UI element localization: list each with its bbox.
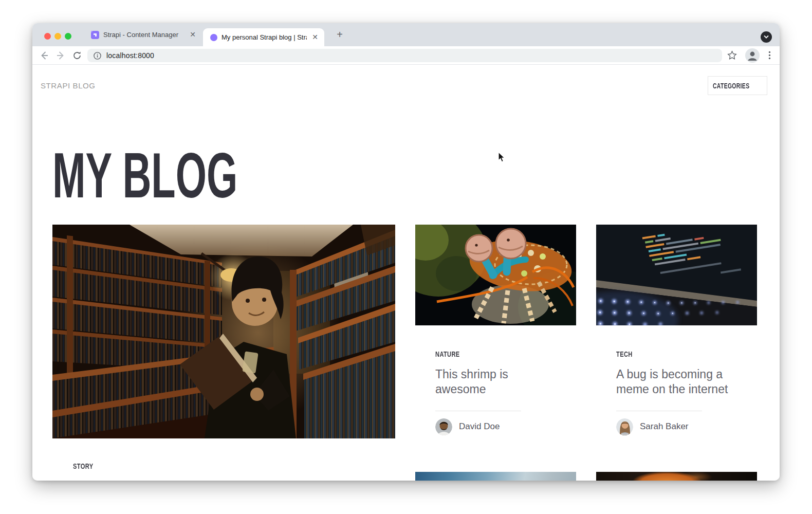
browser-window: Strapi - Content Manager ✕ My personal S… (32, 23, 780, 481)
author-name: Sarah Baker (640, 421, 689, 432)
nature-post-image[interactable] (415, 225, 576, 325)
zoom-window-button[interactable] (65, 33, 71, 40)
post-author: David Doe (435, 418, 555, 435)
partial-post-image-ocean[interactable] (415, 472, 576, 481)
browser-toolbar: localhost:8000 (32, 46, 780, 65)
categories-button[interactable]: CATEGORIES (708, 76, 767, 95)
sarah-baker-avatar-photo (616, 418, 633, 435)
post-title-link[interactable]: This shrimp is awesome (435, 367, 529, 397)
person-icon (745, 48, 760, 63)
post-author: Sarah Baker (616, 418, 742, 435)
tab-strip: Strapi - Content Manager ✕ My personal S… (32, 23, 780, 46)
tech-post-image[interactable] (596, 225, 757, 325)
page-title: MY BLOG (52, 143, 351, 207)
divider (616, 411, 702, 411)
author-avatar (435, 418, 452, 435)
site-info-icon[interactable] (94, 52, 101, 60)
post-category: TECH (616, 350, 742, 358)
close-window-button[interactable] (44, 33, 51, 40)
featured-post-image[interactable] (52, 225, 395, 438)
blog-page: STRAPI BLOG CATEGORIES MY BLOG (32, 65, 780, 481)
david-doe-avatar-photo (435, 418, 452, 435)
url-bar[interactable]: localhost:8000 (87, 49, 722, 62)
tech-post-card[interactable]: TECH A bug is becoming a meme on the int… (616, 350, 742, 435)
mouse-cursor (498, 152, 506, 163)
tab-my-personal-strapi-blog[interactable]: My personal Strapi blog | Strap ✕ (203, 28, 324, 46)
blog-favicon-icon (210, 34, 217, 41)
tab-close-icon[interactable]: ✕ (189, 31, 197, 39)
categories-button-label: CATEGORIES (713, 82, 749, 90)
url-text: localhost:8000 (106, 51, 154, 60)
browser-menu-icon[interactable] (765, 50, 774, 60)
tab-close-icon[interactable]: ✕ (311, 33, 319, 42)
post-category: NATURE (435, 350, 555, 358)
tab-title: Strapi - Content Manager (103, 31, 184, 39)
minimize-window-button[interactable] (54, 33, 61, 40)
site-brand-link[interactable]: STRAPI BLOG (41, 81, 96, 90)
strapi-favicon-icon (91, 31, 99, 39)
new-tab-button[interactable]: + (334, 29, 346, 41)
tab-strapi-content-manager[interactable]: Strapi - Content Manager ✕ (85, 23, 202, 46)
laptop-code-photo-illustration (596, 225, 757, 325)
tab-search-button[interactable] (761, 31, 772, 43)
library-photo-illustration (52, 225, 395, 438)
mantis-shrimp-photo-illustration (415, 225, 576, 325)
partial-post-image-food[interactable] (596, 472, 757, 481)
browser-profile-button[interactable] (745, 48, 760, 63)
chevron-down-icon (764, 35, 769, 39)
post-title-link[interactable]: A bug is becoming a meme on the internet (616, 367, 729, 397)
divider (435, 411, 521, 411)
tab-title: My personal Strapi blog | Strap (222, 33, 307, 41)
bookmark-star-icon[interactable] (727, 50, 737, 60)
back-icon[interactable] (39, 50, 49, 61)
forward-icon[interactable] (56, 50, 66, 61)
author-name: David Doe (459, 421, 500, 432)
nature-post-card[interactable]: NATURE This shrimp is awesome David Doe (435, 350, 555, 435)
featured-post-category: STORY (73, 462, 100, 470)
author-avatar (616, 418, 633, 435)
reload-icon[interactable] (72, 50, 82, 61)
